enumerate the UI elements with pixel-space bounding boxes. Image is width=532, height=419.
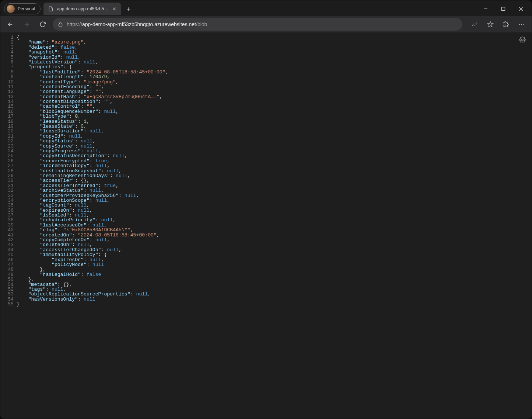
tab-personal-label: Personal [18, 6, 35, 11]
line-gutter: 1234567891011121314151617181920212223242… [0, 35, 17, 307]
svg-point-10 [523, 24, 524, 24]
tab-bar: Personal app-demo-app-mf53zb5hnqgto ✕ ＋ [0, 0, 532, 16]
toolbar-right: A)) [468, 18, 528, 31]
tab-active[interactable]: app-demo-app-mf53zb5hnqgto ✕ [43, 3, 121, 15]
svg-point-9 [521, 24, 522, 24]
page-content: 1234567891011121314151617181920212223242… [0, 33, 532, 419]
close-window-button[interactable] [512, 3, 529, 15]
svg-rect-4 [59, 24, 62, 26]
back-button[interactable] [4, 18, 17, 31]
svg-rect-1 [502, 7, 505, 11]
svg-point-11 [522, 39, 524, 41]
forward-button[interactable] [20, 18, 33, 31]
read-aloud-icon[interactable]: A)) [468, 18, 482, 31]
svg-point-8 [519, 24, 520, 24]
tab-active-label: app-demo-app-mf53zb5hnqgto [57, 6, 109, 11]
extensions-icon[interactable] [499, 18, 512, 31]
minimize-button[interactable] [477, 3, 494, 15]
refresh-button[interactable] [36, 18, 49, 31]
maximize-button[interactable] [495, 3, 512, 15]
menu-icon[interactable] [515, 18, 528, 31]
toolbar: https://app-demo-app-mf53zb5hnqgto.azure… [0, 16, 532, 33]
address-bar[interactable]: https://app-demo-app-mf53zb5hnqgto.azure… [53, 18, 462, 31]
browser-window: Personal app-demo-app-mf53zb5hnqgto ✕ ＋ [0, 0, 532, 419]
window-controls [477, 3, 529, 15]
lock-icon [58, 22, 63, 27]
json-viewer: 1234567891011121314151617181920212223242… [0, 33, 532, 307]
svg-text:)): )) [476, 22, 477, 24]
gear-icon[interactable] [519, 37, 526, 43]
close-icon[interactable]: ✕ [112, 7, 116, 11]
page-icon [48, 6, 54, 12]
svg-marker-7 [488, 21, 493, 27]
tab-personal[interactable]: Personal [4, 3, 41, 14]
favorite-icon[interactable] [484, 18, 497, 31]
url-path: /blob [196, 21, 207, 27]
url-text: https://app-demo-app-mf53zb5hnqgto.azure… [67, 21, 207, 27]
svg-text:A: A [472, 22, 475, 26]
avatar [7, 5, 15, 13]
new-tab-button[interactable]: ＋ [123, 3, 134, 14]
json-code[interactable]: { "name": "azure.png", "deleted": false,… [17, 35, 532, 307]
url-host: app-demo-app-mf53zb5hnqgto.azurewebsites… [82, 21, 196, 27]
url-scheme: https:// [67, 21, 82, 27]
